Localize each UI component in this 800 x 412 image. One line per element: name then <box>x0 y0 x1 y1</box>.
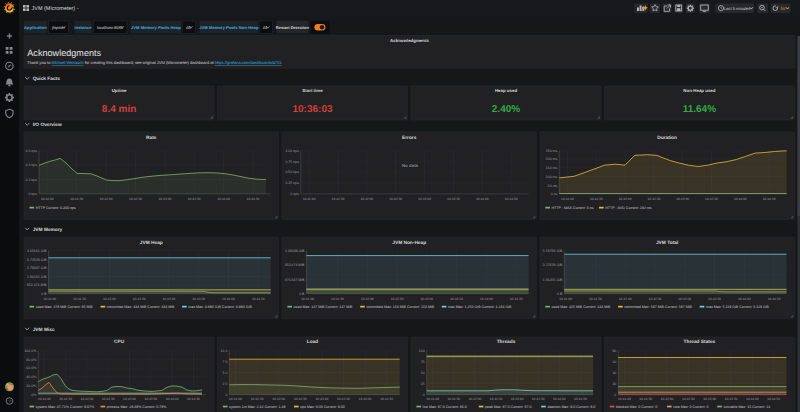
svg-text:10:41:30: 10:41:30 <box>447 397 460 401</box>
svg-text:50 ms: 50 ms <box>548 184 558 188</box>
svg-text:3.72529 GiB: 3.72529 GiB <box>27 258 47 262</box>
svg-text:10:41:00: 10:41:00 <box>559 297 572 301</box>
svg-text:10.0: 10.0 <box>221 349 228 353</box>
svg-text:1.86265 GiB: 1.86265 GiB <box>27 275 47 279</box>
svg-text:0.4 ops: 0.4 ops <box>26 163 38 167</box>
svg-text:80.0%: 80.0% <box>26 358 36 362</box>
svg-text:10:42:30: 10:42:30 <box>133 297 146 301</box>
svg-text:5.58794 GiB: 5.58794 GiB <box>543 249 563 253</box>
svg-text:75: 75 <box>421 360 425 364</box>
svg-text:10:41:30: 10:41:30 <box>251 397 264 401</box>
svg-text:250 ms: 250 ms <box>546 149 558 153</box>
svg-text:10:44:30: 10:44:30 <box>763 197 776 201</box>
svg-text:4.65661 GiB: 4.65661 GiB <box>27 249 47 253</box>
svg-text:0 ops: 0 ops <box>290 192 299 196</box>
svg-text:blocked Max: 0 Current: 0: blocked Max: 0 Current: 0 <box>616 405 657 409</box>
svg-text:10:44:30: 10:44:30 <box>767 397 780 401</box>
svg-text:150 ms: 150 ms <box>546 166 558 170</box>
svg-text:10:41:30: 10:41:30 <box>70 197 83 201</box>
svg-text:60.0%: 60.0% <box>26 366 36 370</box>
svg-text:10:43:00: 10:43:00 <box>162 297 175 301</box>
svg-text:max Max: 1.250 GiB Current:: max Max: 1.250 GiB Current: 1.234 GiB <box>448 305 512 309</box>
svg-text:25: 25 <box>421 382 425 386</box>
svg-text:Errors: Errors <box>402 135 417 141</box>
svg-text:runnable Max: 15 Current: 14: runnable Max: 15 Current: 14 <box>723 405 770 409</box>
svg-text:476.837 MiB: 476.837 MiB <box>285 278 305 282</box>
svg-text:used Max: 147 MiB Current: 1: used Max: 147 MiB Current: 147 MiB <box>294 305 354 309</box>
svg-text:?: ? <box>8 399 11 405</box>
svg-text:No data: No data <box>402 163 419 168</box>
svg-text:10:43:00: 10:43:00 <box>703 397 716 401</box>
svg-text:0 B: 0 B <box>299 292 305 296</box>
svg-text:Last 5 minutes: Last 5 minutes <box>724 6 751 11</box>
svg-text:Uptime: Uptime <box>112 88 127 93</box>
svg-text:1.86265 GiB: 1.86265 GiB <box>543 278 563 282</box>
svg-text:10:41:30: 10:41:30 <box>59 397 72 401</box>
svg-text:10:43:30: 10:43:30 <box>705 197 718 201</box>
svg-text:10:41:00: 10:41:00 <box>303 197 316 201</box>
svg-text:10:43:00: 10:43:00 <box>676 197 689 201</box>
svg-text:0.50 ops: 0.50 ops <box>285 170 299 174</box>
svg-text:10:43:30: 10:43:30 <box>337 397 350 401</box>
svg-text:10:43:00: 10:43:00 <box>123 397 136 401</box>
svg-text:10:42:00: 10:42:00 <box>100 197 113 201</box>
svg-text:10:42:30: 10:42:30 <box>649 297 662 301</box>
svg-text:0 ns: 0 ns <box>551 192 558 196</box>
svg-text:Heap used: Heap used <box>495 88 518 93</box>
svg-text:953.674 MiB: 953.674 MiB <box>27 283 47 287</box>
svg-text:10:43:00: 10:43:00 <box>420 297 433 301</box>
svg-text:10:42:00: 10:42:00 <box>272 397 285 401</box>
svg-text:10:42:30: 10:42:30 <box>389 197 402 201</box>
svg-text:live Max: 87.0 Current: 86.0: live Max: 87.0 Current: 86.0 <box>423 405 467 409</box>
svg-text:10:44:00: 10:44:00 <box>476 197 489 201</box>
svg-text:10:44:30: 10:44:30 <box>187 397 200 401</box>
svg-text:10:42:00: 10:42:00 <box>360 197 373 201</box>
svg-text:60: 60 <box>612 360 616 364</box>
svg-text:0.2 ops: 0.2 ops <box>26 178 38 182</box>
svg-text:100.0%: 100.0% <box>24 349 36 353</box>
svg-text:committed Max: 153 MiB Curre: committed Max: 153 MiB Current: 153 MiB <box>366 305 434 309</box>
svg-text:10:41:00: 10:41:00 <box>426 397 439 401</box>
svg-text:0: 0 <box>423 393 425 397</box>
svg-text:200 ms: 200 ms <box>546 157 558 161</box>
svg-text:Load: Load <box>307 339 319 345</box>
svg-text:20.0%: 20.0% <box>26 384 36 388</box>
svg-text:committed Max: 587 MiB Curre: committed Max: 587 MiB Current: 587 MiB <box>624 305 692 309</box>
svg-text:Acknowledgments: Acknowledgments <box>27 48 101 58</box>
svg-text:0.25 ops: 0.25 ops <box>285 181 299 185</box>
svg-text:8.4 min: 8.4 min <box>102 104 136 115</box>
svg-text:Rate: Rate <box>146 135 157 141</box>
svg-text:Duration: Duration <box>657 135 677 141</box>
svg-text:10:42:00: 10:42:00 <box>103 297 116 301</box>
svg-text:10:42:30: 10:42:30 <box>102 397 115 401</box>
svg-text:10:43:30: 10:43:30 <box>708 297 721 301</box>
svg-text:10:43:30: 10:43:30 <box>450 297 463 301</box>
svg-text:10:41:00: 10:41:00 <box>229 397 242 401</box>
svg-text:Quick Facts: Quick Facts <box>33 76 61 82</box>
svg-text:10:44:30: 10:44:30 <box>510 297 523 301</box>
svg-text:10:42:30: 10:42:30 <box>647 197 660 201</box>
svg-text:10:43:30: 10:43:30 <box>192 297 205 301</box>
svg-text:Thread States: Thread States <box>684 339 716 345</box>
svg-text:40.0%: 40.0% <box>26 375 36 379</box>
svg-text:0 B: 0 B <box>41 292 47 296</box>
svg-text:10:44:30: 10:44:30 <box>574 397 587 401</box>
svg-text:10:43:00: 10:43:00 <box>678 297 691 301</box>
svg-text:10:42:00: 10:42:00 <box>661 397 674 401</box>
svg-text:Application: Application <box>24 25 47 30</box>
svg-text:10:41:00: 10:41:00 <box>301 297 314 301</box>
svg-text:10:42:00: 10:42:00 <box>619 197 632 201</box>
svg-text:JVM Memory: JVM Memory <box>33 227 63 233</box>
svg-text:max Max: 5.119 GiB Current:: max Max: 5.119 GiB Current: 5.119 GiB <box>706 305 770 309</box>
svg-text:10:44:00: 10:44:00 <box>166 397 179 401</box>
svg-text:10:43:00: 10:43:00 <box>158 197 171 201</box>
svg-text:0 ops: 0 ops <box>28 192 37 196</box>
svg-text:10:41:30: 10:41:30 <box>331 297 344 301</box>
svg-text:0: 0 <box>614 393 616 397</box>
svg-text:cpu Max: 8.00 Current: 8.00: cpu Max: 8.00 Current: 8.00 <box>300 405 345 409</box>
svg-text:10:42:00: 10:42:00 <box>361 297 374 301</box>
svg-text:JVM (Micrometer) -: JVM (Micrometer) - <box>32 6 79 12</box>
svg-text:JVM Memory Pools Heap: JVM Memory Pools Heap <box>131 25 181 30</box>
svg-text:system-1m Max: 2.42 Current:: system-1m Max: 2.42 Current: 1.48 <box>229 405 285 409</box>
svg-text:10:44:00: 10:44:00 <box>738 297 751 301</box>
